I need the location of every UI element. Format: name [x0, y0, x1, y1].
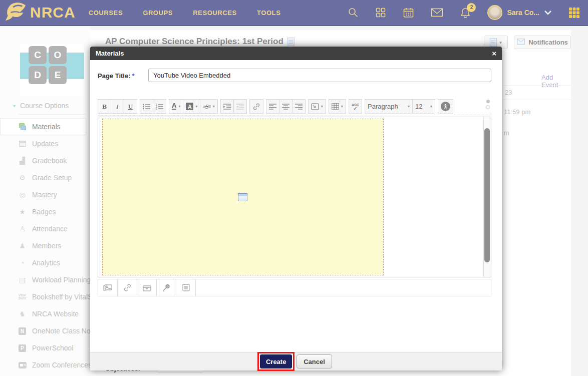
avatar — [487, 5, 502, 20]
notification-count-badge: 2 — [467, 3, 476, 12]
required-asterisk: * — [132, 72, 135, 80]
bold-button[interactable]: B — [98, 99, 111, 114]
nav-item-groups[interactable]: GROUPS — [143, 9, 173, 17]
attach-file-icon[interactable] — [137, 279, 157, 296]
insert-content-button[interactable]: ▾ — [308, 99, 326, 114]
align-right-button[interactable] — [292, 99, 306, 114]
attach-link-icon[interactable] — [118, 279, 137, 296]
close-icon[interactable]: × — [492, 50, 496, 57]
background-color-button[interactable]: A▾ — [183, 99, 200, 114]
editor-body[interactable] — [102, 119, 384, 275]
user-menu[interactable]: Sara Co... — [487, 5, 552, 20]
app-grid-icon[interactable] — [375, 7, 386, 18]
font-size-select[interactable]: 12▾ — [412, 99, 435, 114]
modal-title: Materials — [96, 50, 124, 57]
toolbar-toggle-dots[interactable] — [486, 100, 490, 109]
create-button[interactable]: Create — [260, 354, 292, 368]
align-left-button[interactable] — [266, 99, 279, 114]
nav-item-courses[interactable]: COURSES — [89, 9, 123, 17]
nav-right: 2 Sara Co... — [348, 5, 588, 20]
insert-table-button[interactable]: ▾ — [329, 99, 346, 114]
editor-content-area[interactable] — [98, 117, 491, 277]
modal-header[interactable]: Materials × — [90, 47, 502, 60]
outdent-button[interactable] — [233, 99, 247, 114]
numbered-list-button[interactable]: 123 — [153, 99, 166, 114]
italic-button[interactable]: I — [111, 99, 124, 114]
paragraph-format-select[interactable]: Paragraph▾ — [365, 99, 413, 114]
indent-button[interactable] — [220, 99, 234, 114]
user-name: Sara Co... — [507, 9, 539, 17]
apps-launcher-icon[interactable] — [568, 7, 580, 19]
spellcheck-button[interactable]: ABC✓ — [349, 99, 362, 114]
nrca-helmet-logo-icon — [4, 1, 27, 24]
font-color-button[interactable]: A▾ — [169, 99, 183, 114]
calendar-icon[interactable] — [403, 7, 414, 18]
attach-image-icon[interactable] — [98, 279, 118, 296]
scrollbar-thumb[interactable] — [484, 128, 490, 262]
insert-link-button[interactable] — [249, 99, 263, 114]
script-strike-button[interactable]: aS3▾ — [200, 99, 217, 114]
editor-toolbar: B I U 123 A▾ A▾ aS3▾ — [98, 97, 491, 116]
attachment-toolbar — [98, 279, 491, 296]
materials-modal: Materials × Page Title:* B I U 123 A▾ — [90, 47, 502, 370]
top-navbar: NRCA COURSES GROUPS RESOURCES TOOLS — [0, 0, 588, 26]
embedded-object-placeholder[interactable] — [238, 193, 247, 201]
nav-menu: COURSES GROUPS RESOURCES TOOLS — [89, 9, 281, 17]
modal-footer: Create Cancel — [90, 352, 502, 370]
nav-item-resources[interactable]: RESOURCES — [193, 9, 237, 17]
bullet-list-button[interactable] — [140, 99, 153, 114]
messages-envelope-icon[interactable] — [431, 8, 443, 18]
notifications-bell-icon[interactable]: 2 — [460, 7, 471, 19]
underline-button[interactable]: U — [124, 99, 137, 114]
align-center-button[interactable] — [279, 99, 292, 114]
page-title-input[interactable] — [148, 69, 491, 82]
attach-resource-icon[interactable] — [176, 279, 196, 296]
search-icon[interactable] — [348, 7, 359, 18]
rich-text-editor: B I U 123 A▾ A▾ aS3▾ — [98, 97, 491, 347]
brand[interactable]: NRCA — [0, 1, 76, 24]
attach-audio-mic-icon[interactable] — [157, 279, 176, 296]
chevron-down-icon — [544, 8, 552, 17]
svg-text:3: 3 — [156, 108, 157, 110]
editor-scrollbar[interactable] — [483, 117, 491, 277]
nav-item-tools[interactable]: TOOLS — [257, 9, 281, 17]
accessibility-checker-button[interactable] — [438, 99, 453, 114]
page-title-label: Page Title:* — [98, 72, 135, 80]
cancel-button[interactable]: Cancel — [297, 354, 332, 368]
brand-name: NRCA — [30, 4, 76, 21]
